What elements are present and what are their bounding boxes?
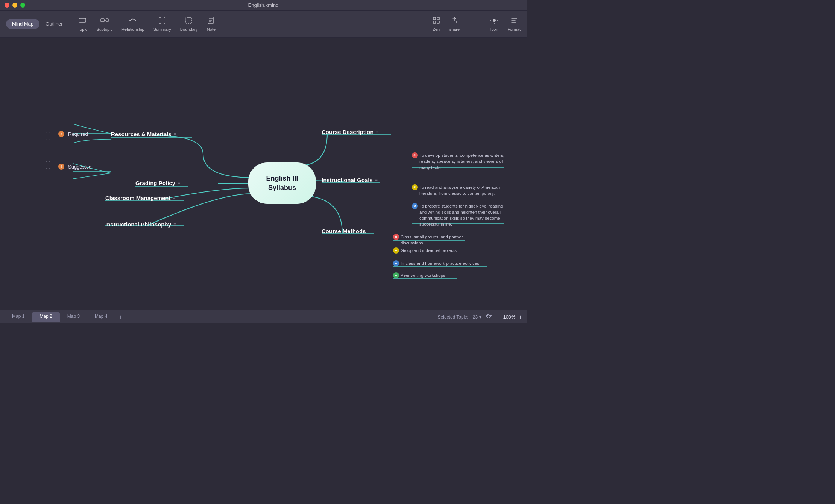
subtopic-tool[interactable]: Subtopic — [96, 16, 112, 32]
icon-icon — [490, 16, 498, 26]
boundary-label: Boundary — [180, 27, 198, 32]
boundary-tool[interactable]: Boundary — [180, 16, 198, 32]
method-2-text: Group and individual projects — [401, 247, 457, 254]
map-tabs: Map 1 Map 2 Map 3 Map 4 + — [5, 312, 126, 322]
zen-label: Zen — [433, 27, 440, 32]
svg-rect-3 — [106, 19, 108, 22]
close-button[interactable] — [5, 3, 9, 8]
icon-tool[interactable]: Icon — [490, 16, 498, 32]
selected-topic-label: Selected Topic: — [438, 314, 468, 320]
methods-text: Course Methods — [322, 228, 366, 234]
topic-label: Topic — [78, 27, 88, 32]
toolbar-right: Zen share Icon Format — [432, 16, 521, 32]
grading-branch[interactable]: Grading Policy ≡ — [135, 180, 180, 186]
svg-point-5 — [135, 20, 136, 21]
classroom-text: Classroom Management — [105, 195, 170, 201]
goal-1-icon: ① — [412, 152, 418, 158]
window-title: English.xmind — [248, 2, 279, 8]
mindmap-view-button[interactable]: Mind Map — [6, 19, 39, 29]
dots-4: … — [46, 158, 50, 162]
method-4: ● Peer writing workshops — [393, 272, 445, 278]
required-text: Required — [68, 131, 88, 137]
relationship-tool[interactable]: Relationship — [121, 16, 144, 32]
description-branch[interactable]: Course Description ≡ — [322, 129, 378, 135]
subtopic-icon — [100, 16, 109, 26]
method-1: ✕ Class, small groups, and partner discu… — [393, 234, 472, 246]
relationship-label: Relationship — [121, 27, 144, 32]
methods-branch[interactable]: Course Methods — [322, 228, 366, 234]
note-label: Note — [207, 27, 216, 32]
note-tool[interactable]: Note — [207, 16, 216, 32]
goals-branch[interactable]: Instructional Goals ≡ — [322, 177, 378, 183]
classroom-note-icon: ≡ — [173, 196, 175, 201]
goal-2-text: To read and analyse a variety of America… — [419, 184, 508, 196]
zoom-out-button[interactable]: − — [496, 314, 500, 320]
method-1-text: Class, small groups, and partner discuss… — [401, 234, 472, 246]
topic-count-selector[interactable]: 23 ▾ — [473, 314, 481, 320]
zen-tool[interactable]: Zen — [432, 16, 440, 32]
goal-3-text: To prepare students for higher-level rea… — [419, 203, 508, 227]
format-tool[interactable]: Format — [507, 16, 521, 32]
map-tab-2[interactable]: Map 2 — [32, 312, 59, 322]
philosophy-text: Instructional Philosophy — [105, 221, 171, 228]
dots-5: … — [46, 165, 50, 169]
method-2: ● Group and individual projects — [393, 247, 457, 254]
goal-3: ③ To prepare students for higher-level r… — [412, 203, 508, 227]
share-tool[interactable]: share — [449, 16, 460, 32]
suggested-text: Suggested — [68, 164, 91, 170]
summary-tool[interactable]: Summary — [153, 16, 171, 32]
zoom-controls: − 100% + — [496, 314, 522, 320]
svg-rect-1 — [101, 19, 104, 22]
map-icon: 🗺 — [486, 314, 492, 320]
goal-2-icon: ② — [412, 184, 418, 190]
zoom-level: 100% — [503, 314, 515, 320]
resources-branch[interactable]: Resources & Materials ≡ — [111, 131, 176, 137]
topic-count: 23 — [473, 314, 478, 320]
subtopic-label: Subtopic — [96, 27, 112, 32]
toolbar: Mind Map Outliner Topic Subtopic Relatio… — [0, 11, 527, 38]
goals-text: Instructional Goals — [322, 177, 373, 183]
dots-6: … — [46, 172, 50, 176]
method-2-icon: ● — [393, 247, 399, 254]
share-icon — [450, 16, 458, 26]
method-1-icon: ✕ — [393, 234, 399, 240]
zoom-in-button[interactable]: + — [519, 314, 522, 320]
method-3-icon: ● — [393, 260, 399, 266]
minimize-button[interactable] — [12, 3, 17, 8]
required-node[interactable]: ! Required — [58, 131, 88, 137]
classroom-branch[interactable]: Classroom Management ≡ — [105, 195, 175, 201]
svg-rect-14 — [437, 21, 439, 23]
method-3-text: In-class and homework practice activitie… — [401, 260, 479, 266]
bottom-bar: Map 1 Map 2 Map 3 Map 4 + Selected Topic… — [0, 310, 527, 323]
goal-2: ② To read and analyse a variety of Ameri… — [412, 184, 508, 196]
suggested-node[interactable]: ! Suggested — [58, 164, 91, 170]
goals-note-icon: ≡ — [375, 178, 378, 183]
required-icon: ! — [58, 131, 64, 137]
note-icon-toolbar — [207, 16, 215, 26]
svg-point-15 — [493, 19, 496, 22]
maximize-button[interactable] — [20, 3, 25, 8]
mindmap-canvas[interactable]: .connector { stroke: #4ecdc4; stroke-wid… — [0, 38, 527, 310]
topic-tool[interactable]: Topic — [78, 16, 88, 32]
method-4-icon: ● — [393, 272, 399, 278]
add-map-button[interactable]: + — [115, 312, 126, 322]
icon-label: Icon — [490, 27, 498, 32]
center-node-text: English IIISyllabus — [266, 174, 298, 193]
summary-label: Summary — [153, 27, 171, 32]
svg-rect-6 — [186, 17, 192, 23]
dots-2: … — [46, 129, 50, 134]
center-node[interactable]: English IIISyllabus — [248, 162, 316, 204]
resources-text: Resources & Materials — [111, 131, 172, 137]
philosophy-branch[interactable]: Instructional Philosophy ≡ — [105, 221, 176, 228]
format-label: Format — [507, 27, 521, 32]
outliner-view-button[interactable]: Outliner — [39, 19, 69, 29]
traffic-lights — [5, 3, 25, 8]
map-tab-1[interactable]: Map 1 — [5, 312, 32, 322]
svg-point-4 — [129, 20, 131, 21]
dots-3: … — [46, 136, 50, 141]
map-tab-3[interactable]: Map 3 — [60, 312, 87, 322]
philosophy-note-icon: ≡ — [173, 222, 176, 227]
description-note-icon: ≡ — [376, 129, 378, 135]
map-tab-4[interactable]: Map 4 — [87, 312, 115, 322]
zen-icon — [432, 16, 440, 26]
